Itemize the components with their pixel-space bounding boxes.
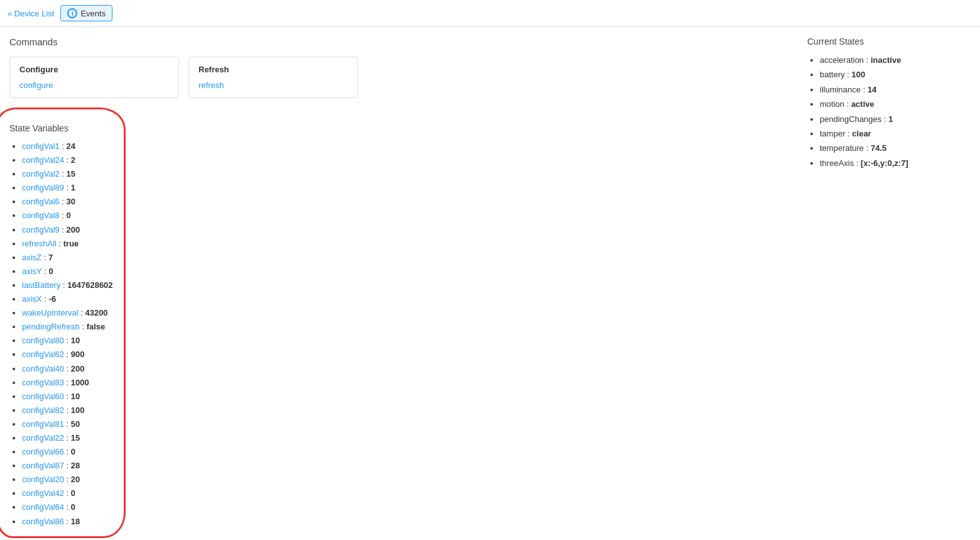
var-name: configVal40 (22, 364, 64, 373)
current-state-item: tamper : clear (820, 126, 971, 141)
current-states-title: Current States (807, 36, 971, 47)
var-value: 15 (71, 433, 80, 443)
state-variable-item: configVal89 : 1 (22, 181, 113, 195)
var-name: configVal62 (22, 350, 64, 359)
refresh-link[interactable]: refresh (199, 80, 224, 90)
var-value: 7 (48, 253, 53, 262)
current-state-item: illuminance : 14 (820, 82, 971, 97)
state-variable-item: refreshAll : true (22, 237, 113, 251)
var-value: 43200 (85, 308, 107, 317)
state-value: 1 (888, 114, 893, 124)
state-variable-item: axisZ : 7 (22, 251, 113, 265)
var-value: -6 (49, 294, 57, 304)
state-name: illuminance (820, 85, 861, 94)
var-value: 1 (71, 183, 75, 192)
state-variable-item: configVal64 : 0 (22, 500, 113, 514)
state-name: tamper (820, 129, 845, 138)
var-name: configVal64 (22, 502, 64, 512)
var-value: 1647628602 (67, 280, 112, 290)
state-name: battery (820, 70, 845, 79)
state-variable-item: configVal1 : 24 (22, 140, 113, 153)
var-name: configVal66 (22, 447, 64, 456)
var-name: configVal20 (22, 475, 64, 484)
var-value: 0 (67, 211, 71, 220)
device-list-link[interactable]: Device List (8, 9, 54, 18)
state-variable-item: configVal86 : 18 (22, 515, 113, 529)
state-variable-item: configVal40 : 200 (22, 362, 113, 376)
state-value: inactive (871, 55, 901, 65)
var-value: 0 (71, 447, 75, 456)
state-variable-item: configVal42 : 0 (22, 487, 113, 500)
state-variable-item: configVal8 : 0 (22, 209, 113, 223)
var-name: configVal42 (22, 488, 64, 498)
var-name: wakeUpInterval (22, 308, 79, 317)
var-value: false (87, 322, 106, 331)
refresh-card-title: Refresh (199, 65, 348, 74)
state-name: threeAxis (820, 158, 854, 168)
var-name: configVal24 (22, 155, 64, 165)
var-name: configVal60 (22, 392, 64, 401)
var-name: configVal9 (22, 225, 60, 234)
state-variable-item: configVal6 : 30 (22, 195, 113, 209)
main-content: Commands Configure configure Refresh ref… (0, 27, 980, 538)
current-state-item: motion : active (820, 97, 971, 111)
var-name: configVal82 (22, 405, 64, 415)
var-value: 0 (48, 267, 53, 276)
state-variables-wrapper: State Variables configVal1 : 24configVal… (9, 117, 113, 529)
current-states-panel: Current States acceleration : inactiveba… (807, 36, 971, 170)
var-value: 28 (71, 461, 80, 470)
state-variables-list: configVal1 : 24configVal24 : 2configVal2… (9, 140, 113, 529)
state-variable-item: configVal24 : 2 (22, 153, 113, 167)
top-nav: Device List i Events (0, 0, 980, 27)
current-states-list: acceleration : inactivebattery : 100illu… (807, 53, 971, 170)
configure-link[interactable]: configure (19, 80, 53, 90)
state-name: acceleration (820, 55, 864, 65)
state-name: motion (820, 99, 844, 109)
var-value: 0 (71, 502, 75, 512)
state-variable-item: configVal66 : 0 (22, 445, 113, 459)
var-value: 200 (67, 225, 80, 234)
current-state-item: pendingChanges : 1 (820, 112, 971, 126)
state-name: temperature (820, 143, 864, 153)
var-value: 1000 (71, 378, 89, 387)
current-state-item: acceleration : inactive (820, 53, 971, 67)
state-variable-item: configVal2 : 15 (22, 167, 113, 181)
var-name: configVal89 (22, 183, 64, 192)
state-value: 100 (852, 70, 866, 79)
state-variables-section: State Variables configVal1 : 24configVal… (9, 123, 113, 529)
state-value: active (851, 99, 874, 109)
var-name: configVal1 (22, 141, 60, 151)
state-value: 74.5 (871, 143, 886, 153)
var-name: axisZ (22, 253, 41, 262)
var-name: configVal87 (22, 461, 64, 470)
state-variable-item: configVal22 : 15 (22, 431, 113, 445)
var-name: axisY (22, 267, 42, 276)
var-name: configVal6 (22, 197, 60, 206)
var-value: 30 (67, 197, 75, 206)
configure-card-title: Configure (19, 65, 169, 74)
events-tab[interactable]: i Events (60, 5, 112, 21)
var-name: configVal8 (22, 211, 60, 220)
state-variable-item: configVal60 : 10 (22, 390, 113, 404)
var-value: 24 (67, 141, 75, 151)
var-value: 50 (71, 419, 80, 429)
var-name: configVal86 (22, 517, 64, 526)
var-value: 10 (71, 392, 80, 401)
state-variable-item: axisX : -6 (22, 292, 113, 306)
var-value: 2 (71, 155, 75, 165)
var-value: 15 (67, 169, 75, 179)
var-name: pendingRefresh (22, 322, 80, 331)
state-variable-item: wakeUpInterval : 43200 (22, 306, 113, 320)
state-variable-item: configVal82 : 100 (22, 404, 113, 417)
state-variable-item: configVal83 : 1000 (22, 376, 113, 390)
var-value: 18 (71, 517, 80, 526)
state-name: pendingChanges (820, 114, 881, 124)
current-state-item: temperature : 74.5 (820, 141, 971, 155)
var-name: configVal80 (22, 336, 64, 345)
state-variables-title: State Variables (9, 123, 113, 133)
var-value: 0 (71, 488, 75, 498)
state-variable-item: axisY : 0 (22, 265, 113, 278)
configure-card: Configure configure (9, 57, 179, 98)
var-value: 900 (71, 350, 85, 359)
var-name: configVal83 (22, 378, 64, 387)
